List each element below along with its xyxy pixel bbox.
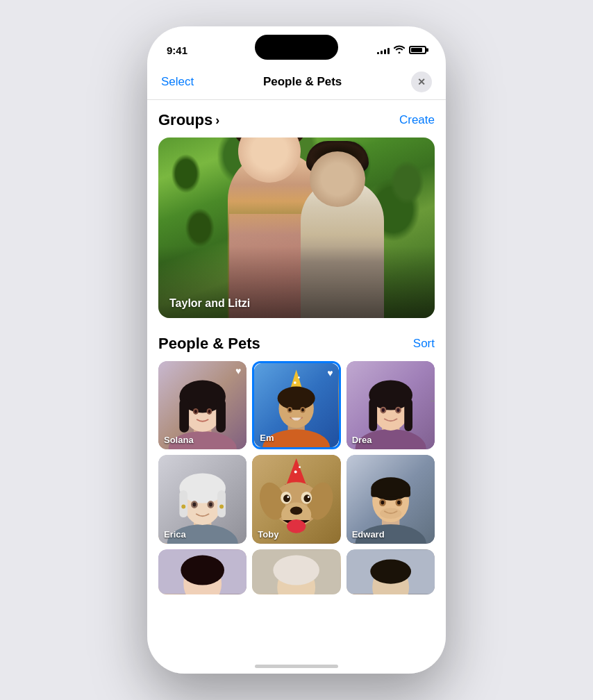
people-grid: ♥ Solana xyxy=(158,361,435,544)
people-pets-header: People & Pets Sort xyxy=(158,335,435,353)
signal-icon xyxy=(377,46,390,54)
person-name-solana: Solana xyxy=(164,435,194,445)
phone-frame: 9:41 Select People & Pets ✕ xyxy=(147,26,446,674)
person-cell-solana[interactable]: ♥ Solana xyxy=(158,361,247,449)
favorite-icon-em: ♥ xyxy=(327,367,333,378)
person-cell-partial-1[interactable] xyxy=(158,549,247,594)
svg-rect-41 xyxy=(217,490,226,517)
svg-point-84 xyxy=(370,559,411,583)
groups-title[interactable]: Groups › xyxy=(158,111,219,129)
person-cell-edward[interactable]: Edward xyxy=(346,455,435,543)
svg-point-63 xyxy=(287,497,290,499)
svg-point-81 xyxy=(274,555,320,585)
battery-icon xyxy=(409,46,426,54)
svg-point-15 xyxy=(298,376,300,378)
person-name-erica: Erica xyxy=(164,529,186,540)
people-pets-title: People & Pets xyxy=(158,335,260,353)
groups-section-header: Groups › Create xyxy=(158,111,435,129)
main-content: Groups › Create Taylor and Litzi xyxy=(147,100,446,674)
person-cell-partial-3[interactable] xyxy=(346,549,435,594)
status-time: 9:41 xyxy=(167,44,187,56)
select-button[interactable]: Select xyxy=(161,75,194,89)
svg-point-75 xyxy=(380,508,401,519)
dynamic-island xyxy=(255,35,338,60)
svg-point-52 xyxy=(299,467,301,469)
svg-point-78 xyxy=(181,555,224,585)
svg-point-73 xyxy=(381,501,384,505)
svg-point-46 xyxy=(181,505,185,509)
people-pets-section: People & Pets Sort xyxy=(158,335,435,594)
svg-point-23 xyxy=(301,408,304,412)
person-name-drea: Drea xyxy=(352,435,372,445)
svg-point-34 xyxy=(396,408,399,412)
person-name-em: Em xyxy=(260,433,274,443)
svg-point-19 xyxy=(278,387,315,410)
svg-point-74 xyxy=(397,501,401,505)
svg-point-45 xyxy=(209,503,212,507)
svg-rect-29 xyxy=(369,399,377,431)
battery-fill xyxy=(411,48,422,52)
groups-chevron-icon: › xyxy=(215,113,219,128)
svg-rect-30 xyxy=(404,399,412,431)
svg-point-47 xyxy=(219,505,224,509)
svg-rect-40 xyxy=(179,490,187,517)
home-indicator xyxy=(255,665,338,668)
person-name-toby: Toby xyxy=(258,529,278,540)
svg-point-10 xyxy=(208,410,210,413)
svg-point-51 xyxy=(294,471,297,474)
svg-point-64 xyxy=(308,497,310,499)
person-cell-em[interactable]: ♥ Em xyxy=(252,361,340,449)
nav-bar: Select People & Pets ✕ xyxy=(147,64,446,100)
svg-point-58 xyxy=(287,519,306,533)
svg-point-61 xyxy=(283,495,290,503)
person-cell-toby[interactable]: Toby xyxy=(252,455,340,543)
svg-rect-6 xyxy=(216,399,226,433)
person-name-edward: Edward xyxy=(352,529,385,540)
favorite-icon-solana: ♥ xyxy=(235,365,241,376)
group-photo[interactable]: Taylor and Litzi xyxy=(158,138,435,318)
partial-people-row xyxy=(158,549,435,594)
svg-point-33 xyxy=(381,408,384,412)
svg-rect-5 xyxy=(179,399,189,433)
page-title: People & Pets xyxy=(263,75,342,89)
svg-point-22 xyxy=(289,408,292,412)
status-icons xyxy=(377,45,426,56)
person-cell-erica[interactable]: Erica xyxy=(158,455,247,543)
sort-button[interactable]: Sort xyxy=(413,337,435,351)
svg-rect-70 xyxy=(371,489,410,497)
svg-point-44 xyxy=(192,503,196,507)
svg-point-57 xyxy=(290,507,303,515)
person-cell-partial-2[interactable] xyxy=(252,549,340,594)
close-button[interactable]: ✕ xyxy=(411,72,432,92)
person-cell-drea[interactable]: Drea Dodirnite za imenovanje osoba i kuć… xyxy=(346,361,435,449)
wifi-icon xyxy=(394,45,405,56)
svg-point-14 xyxy=(294,381,296,384)
svg-point-62 xyxy=(304,495,311,503)
create-button[interactable]: Create xyxy=(399,113,435,127)
group-photo-label: Taylor and Litzi xyxy=(169,297,250,310)
svg-point-9 xyxy=(194,410,197,413)
